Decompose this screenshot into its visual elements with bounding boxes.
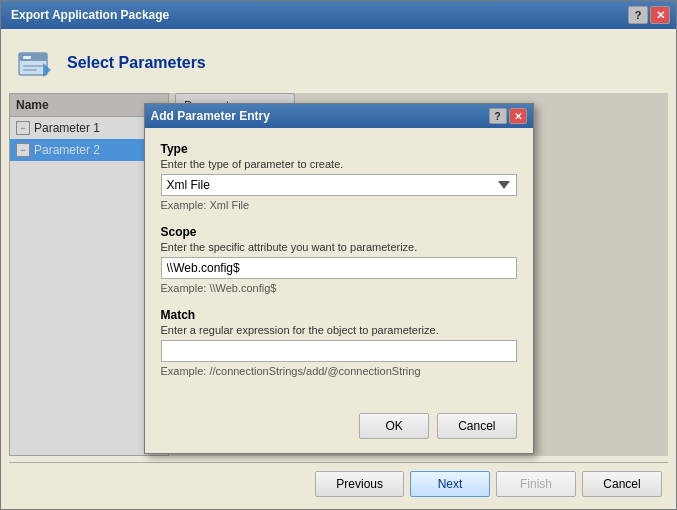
main-panel: Name − Parameter 1 − Parameter 2 Paramet… — [9, 93, 668, 456]
finish-button[interactable]: Finish — [496, 471, 576, 497]
svg-rect-4 — [23, 69, 37, 71]
match-input[interactable] — [161, 340, 517, 362]
modal-help-button[interactable]: ? — [489, 108, 507, 124]
modal-dialog: Add Parameter Entry ? ✕ Type Enter the t… — [144, 103, 534, 454]
outer-window-title: Export Application Package — [7, 8, 626, 22]
page-icon — [15, 43, 55, 83]
outer-content: Select Parameters Name − Parameter 1 − P… — [1, 29, 676, 509]
match-example: Example: //connectionStrings/add/@connec… — [161, 365, 517, 377]
page-title: Select Parameters — [67, 54, 206, 72]
modal-titlebar: Add Parameter Entry ? ✕ — [145, 104, 533, 128]
bottom-nav: Previous Next Finish Cancel — [9, 462, 668, 501]
modal-close-button[interactable]: ✕ — [509, 108, 527, 124]
type-label: Type — [161, 142, 517, 156]
modal-cancel-button[interactable]: Cancel — [437, 413, 516, 439]
match-desc: Enter a regular expression for the objec… — [161, 324, 517, 336]
outer-help-button[interactable]: ? — [628, 6, 648, 24]
svg-rect-2 — [23, 56, 31, 59]
next-button[interactable]: Next — [410, 471, 490, 497]
outer-titlebar: Export Application Package ? ✕ — [1, 1, 676, 29]
type-desc: Enter the type of parameter to create. — [161, 158, 517, 170]
type-field-group: Type Enter the type of parameter to crea… — [161, 142, 517, 211]
scope-desc: Enter the specific attribute you want to… — [161, 241, 517, 253]
modal-footer: OK Cancel — [145, 405, 533, 453]
previous-button[interactable]: Previous — [315, 471, 404, 497]
match-label: Match — [161, 308, 517, 322]
type-example: Example: Xml File — [161, 199, 517, 211]
modal-title: Add Parameter Entry — [151, 109, 487, 123]
modal-body: Type Enter the type of parameter to crea… — [145, 128, 533, 405]
modal-overlay: Add Parameter Entry ? ✕ Type Enter the t… — [9, 93, 668, 456]
type-select[interactable]: Xml File String Boolean — [161, 174, 517, 196]
scope-input[interactable] — [161, 257, 517, 279]
svg-rect-3 — [23, 65, 43, 67]
page-header: Select Parameters — [9, 37, 668, 93]
outer-window: Export Application Package ? ✕ Select Pa… — [0, 0, 677, 510]
scope-label: Scope — [161, 225, 517, 239]
cancel-button[interactable]: Cancel — [582, 471, 662, 497]
scope-field-group: Scope Enter the specific attribute you w… — [161, 225, 517, 294]
scope-example: Example: \\Web.config$ — [161, 282, 517, 294]
ok-button[interactable]: OK — [359, 413, 429, 439]
outer-close-button[interactable]: ✕ — [650, 6, 670, 24]
match-field-group: Match Enter a regular expression for the… — [161, 308, 517, 377]
